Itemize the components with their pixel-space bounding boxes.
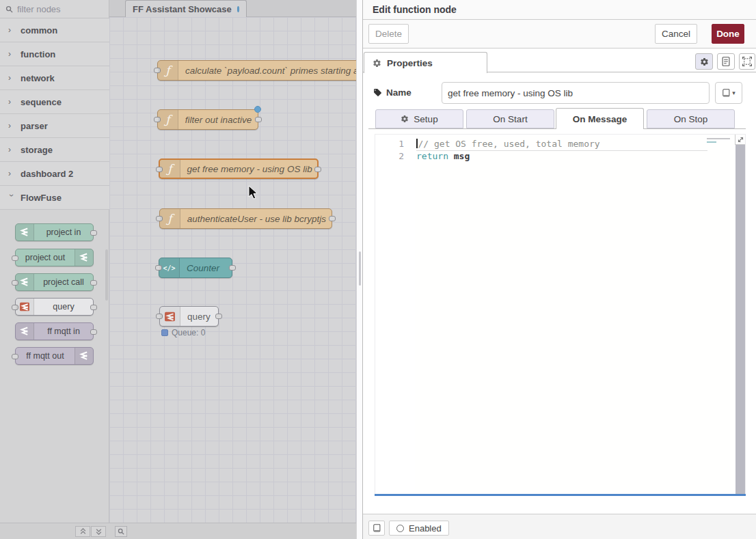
search-icon [5, 5, 13, 13]
tray-form: Name ▾ Setup On Start [363, 72, 756, 514]
edit-tray: Edit function node Delete Cancel Done Pr… [362, 0, 756, 539]
node-authenticate-user[interactable]: ƒ authenticateUser - use lib bcryptjs [159, 208, 332, 229]
enabled-circle-icon [396, 525, 404, 532]
group-button[interactable] [739, 53, 755, 70]
palette-category-function[interactable]: › function [0, 42, 109, 66]
workspace-tab-bar: FF Assistant Showcase [109, 0, 356, 17]
done-button[interactable]: Done [712, 24, 744, 44]
group-selection-icon [742, 57, 752, 66]
palette-node-ff-mqtt-out[interactable]: ff mqtt out [15, 347, 94, 365]
function-icon: ƒ [160, 160, 180, 178]
palette-scrollbar[interactable] [105, 249, 108, 301]
tab-properties[interactable]: Properties [364, 52, 487, 73]
chevron-right-icon: › [8, 25, 15, 35]
tab-on-stop[interactable]: On Stop [647, 109, 735, 128]
node-counter[interactable]: </> Counter [159, 258, 232, 278]
palette-category-dashboard2[interactable]: › dashboard 2 [0, 162, 109, 186]
name-field-label: Name [373, 87, 411, 98]
node-calculate-primes[interactable]: ƒ calculate `payload.count` primes start… [157, 60, 356, 81]
book-icon [373, 524, 381, 533]
tab-on-message[interactable]: On Message [556, 108, 644, 129]
flow-workspace[interactable]: FF Assistant Showcase ƒ calculate `paylo… [109, 0, 356, 539]
palette-node-project-in[interactable]: project in [15, 223, 94, 241]
flowfuse-icon [75, 348, 93, 364]
gear-icon [401, 115, 409, 123]
tray-footer: Enabled [363, 514, 756, 539]
workspace-search-button[interactable] [115, 526, 127, 537]
flow-tab[interactable]: FF Assistant Showcase [125, 0, 247, 17]
flowfuse-icon [16, 323, 34, 340]
gear-icon [700, 57, 709, 66]
code-line-2[interactable]: return msg [416, 150, 470, 163]
output-port[interactable] [314, 167, 321, 172]
editor-focus-border [375, 494, 746, 496]
palette-category-storage[interactable]: › storage [0, 138, 109, 162]
collapse-all-button[interactable] [75, 526, 90, 537]
palette-category-flowfuse[interactable]: › FlowFuse [0, 186, 109, 210]
flow-modified-indicator [237, 6, 239, 12]
output-port[interactable] [255, 117, 262, 122]
tray-resize-handle[interactable] [356, 0, 362, 539]
chevron-down-icon: › [7, 194, 16, 201]
palette-node-query[interactable]: query [15, 298, 94, 316]
output-port[interactable] [90, 280, 97, 286]
palette-category-common[interactable]: › common [0, 18, 109, 42]
node-query[interactable]: query [159, 306, 219, 327]
palette-category-sequence[interactable]: › sequence [0, 90, 109, 114]
function-icon: ƒ [158, 61, 178, 80]
output-port[interactable] [90, 230, 97, 236]
chevron-right-icon: › [8, 145, 15, 154]
output-port[interactable] [329, 216, 336, 221]
template-icon: </> [159, 258, 180, 277]
cancel-button[interactable]: Cancel [655, 24, 697, 44]
tab-on-start[interactable]: On Start [466, 109, 554, 128]
code-line-1[interactable]: // get OS free, used, total memory [416, 138, 707, 151]
output-port[interactable] [215, 314, 222, 319]
output-port[interactable] [90, 305, 97, 310]
palette-node-project-call[interactable]: project call [15, 273, 94, 291]
flowfuse-query-icon [16, 299, 34, 315]
footer-library-button[interactable] [368, 521, 385, 536]
node-status: Queue: 0 [161, 328, 205, 337]
delete-button[interactable]: Delete [368, 24, 409, 44]
output-port[interactable] [90, 329, 97, 335]
mouse-cursor [248, 185, 259, 200]
node-get-free-memory[interactable]: ƒ get free memory - using OS lib [159, 158, 319, 179]
node-palette: › common › function › network › sequence… [0, 0, 109, 539]
library-button[interactable]: ▾ [715, 82, 742, 104]
editor-expand-button[interactable] [735, 135, 745, 145]
flowfuse-icon [16, 274, 34, 290]
input-port[interactable] [12, 255, 18, 261]
book-icon [722, 89, 730, 98]
output-port[interactable] [229, 265, 236, 271]
chevron-right-icon: › [8, 169, 15, 178]
palette-search[interactable] [0, 0, 109, 18]
palette-filter-input[interactable] [17, 4, 99, 14]
chevron-right-icon: › [8, 49, 15, 59]
palette-footer [0, 523, 109, 539]
palette-category-parser[interactable]: › parser [0, 114, 109, 138]
name-input[interactable] [442, 82, 710, 104]
chevron-right-icon: › [8, 97, 15, 107]
tab-setup[interactable]: Setup [375, 109, 463, 128]
double-chevron-up-icon [80, 528, 86, 535]
palette-node-ff-mqtt-in[interactable]: ff mqtt in [15, 322, 94, 340]
flow-canvas-grid[interactable]: ƒ calculate `payload.count` primes start… [109, 17, 356, 523]
editor-scrollbar[interactable] [735, 145, 745, 495]
properties-gear-button[interactable] [695, 53, 713, 70]
expand-icon [738, 137, 744, 143]
palette-category-network[interactable]: › network [0, 66, 109, 90]
editor-gutter: 1 2 [375, 135, 415, 494]
description-button[interactable] [717, 53, 735, 70]
enabled-toggle-button[interactable]: Enabled [389, 521, 449, 536]
status-dot-icon [161, 329, 168, 336]
palette-node-project-out[interactable]: project out [15, 249, 94, 266]
document-icon [722, 57, 730, 66]
gear-icon [373, 59, 381, 68]
tray-title: Edit function node [373, 4, 457, 15]
tag-icon [373, 88, 382, 97]
expand-all-button[interactable] [91, 526, 106, 537]
node-filter-out-inactive[interactable]: ƒ filter out inactive [157, 109, 258, 130]
code-editor[interactable]: 1 2 // get OS free, used, total memory r… [375, 134, 746, 494]
input-port[interactable] [12, 354, 18, 359]
